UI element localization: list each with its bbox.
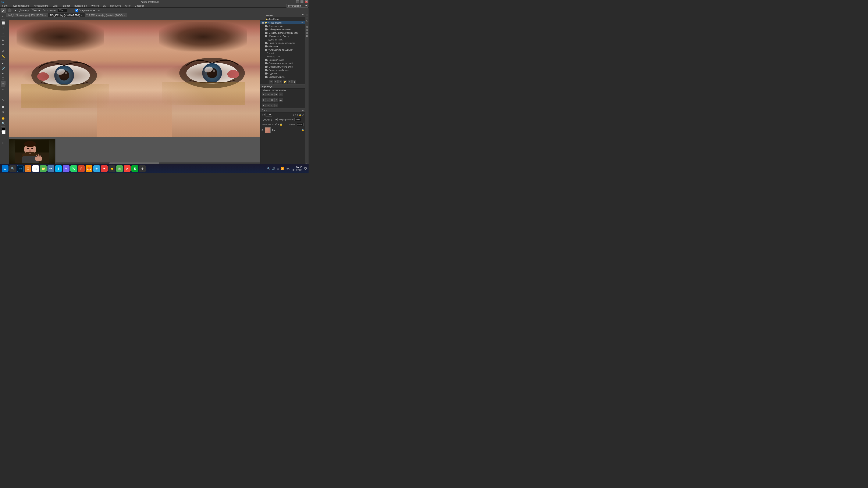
tool-eraser[interactable]: ◻ [1, 76, 5, 80]
layer-add-icon[interactable]: ↗ [302, 114, 304, 116]
corr-hue[interactable]: ◑ [274, 93, 278, 96]
taskbar-skype[interactable]: S [55, 165, 62, 172]
menu-image[interactable]: Изображение [33, 4, 49, 7]
taskbar-telegram[interactable]: ✈ [93, 165, 100, 172]
item3-expand[interactable]: ▶ [267, 32, 269, 34]
item12-expand[interactable]: ▶ [267, 73, 269, 74]
taskbar-telegram-red[interactable]: ✈ [101, 165, 107, 172]
lock-all-icon[interactable]: 🔒 [299, 114, 301, 116]
item4-expand[interactable]: ▼ [267, 35, 269, 37]
corr-curves[interactable]: 〜 [266, 93, 270, 96]
item7-checkbox[interactable] [265, 49, 267, 51]
taskbar-files[interactable]: 📁 [40, 165, 46, 172]
play-btn[interactable]: ▶ [278, 80, 282, 84]
menu-3d[interactable]: 3D [102, 4, 107, 7]
brush-options-btn[interactable]: ▼ [13, 8, 18, 13]
corr-vibrance[interactable]: ◈ [266, 98, 270, 102]
action-item-1[interactable]: ▶ Сделать слой [260, 24, 305, 28]
action-item-4a[interactable]: Радиус: 30 пикс. [260, 38, 305, 41]
tab-0[interactable]: IMG_2224 копия.jpg @ 15% (RGB/8) ✕ [6, 13, 48, 18]
folder-btn[interactable]: 📁 [283, 80, 287, 84]
item9-expand[interactable]: ▶ [267, 63, 269, 64]
taskbar-maps[interactable]: ◎ [116, 165, 123, 172]
lock-artboard-icon[interactable]: T [297, 114, 298, 116]
tone-select[interactable]: Тени [31, 8, 41, 12]
panel-icon-2[interactable]: ⬛ [306, 17, 308, 19]
group1-expand[interactable]: ▶ [268, 19, 269, 20]
action-item-7a[interactable]: В: слой [260, 52, 305, 55]
menu-view[interactable]: Просмотр [110, 4, 122, 7]
canvas-area[interactable] [9, 20, 260, 164]
tool-ruler[interactable]: 📏 [1, 54, 5, 59]
taskbar-whatsapp[interactable]: W [70, 165, 77, 172]
layers-panel-menu[interactable]: ☰ [302, 109, 304, 111]
taskbar-star[interactable]: ★ [108, 165, 115, 172]
item5-checkbox[interactable] [265, 42, 267, 44]
tab-2[interactable]: YLA 5919 копия.jpg @ 48.4% (RGB/8) ✕ [85, 13, 127, 18]
workspace-select[interactable]: Фотография [286, 4, 308, 8]
ops-panel-menu[interactable]: ☰ [302, 14, 304, 16]
lock-all-btn[interactable]: 🔒 [280, 123, 282, 126]
tool-screen-mode[interactable]: ⊡ [1, 140, 5, 145]
taskbar-apps-icon[interactable]: ⊞ [277, 167, 279, 170]
action-item-8[interactable]: ▶ Внешний канал [260, 58, 305, 62]
new-action-btn[interactable]: + [288, 80, 291, 84]
taskbar-evernote[interactable]: E [131, 165, 138, 172]
taskbar-acrobat[interactable]: A [124, 165, 130, 172]
tool-pen[interactable]: ✒ [1, 88, 5, 92]
taskbar-start[interactable]: ⊞ [2, 165, 8, 172]
close-button[interactable]: ✕ [305, 0, 308, 3]
item6-checkbox[interactable] [265, 45, 267, 47]
action-item-12[interactable]: ▶ Сделать [260, 72, 305, 75]
item11-checkbox[interactable] [265, 69, 267, 71]
taskbar-photoshop[interactable]: Ps [17, 165, 24, 172]
taskbar-clock-app[interactable]: ⚙ [139, 165, 146, 172]
lock-position-icon[interactable]: + [295, 114, 296, 116]
fill-input[interactable] [296, 123, 304, 126]
bg-color[interactable] [2, 130, 5, 134]
tool-brush[interactable]: 🖌 [1, 61, 5, 65]
group2-checkbox[interactable] [262, 22, 264, 24]
taskbar-network[interactable]: 🔍 [267, 167, 270, 170]
tab-0-close[interactable]: ✕ [44, 14, 46, 16]
item8-expand[interactable]: ▶ [267, 59, 269, 61]
layer-row-bg[interactable]: 👁 Фон 🔒 [260, 126, 305, 134]
action-group-1[interactable]: 📁 ▶ FastRetouch [260, 18, 305, 21]
tool-history-brush[interactable]: ↩ [1, 71, 5, 75]
menu-type[interactable]: Шрифт [62, 4, 71, 7]
taskbar-powerpoint[interactable]: P [78, 165, 85, 172]
corr-channel-mixer[interactable]: ⊞ [270, 98, 274, 102]
action-item-5[interactable]: ▶ Размытие по поверхности [260, 41, 305, 45]
corr-color-balance[interactable]: ⊕ [262, 98, 266, 102]
taskbar-firefox[interactable]: 🦊 [86, 165, 92, 172]
panel-icon-8[interactable]: ⊠ [306, 35, 308, 37]
corr-solid-color[interactable]: ■ [262, 104, 266, 107]
item6-expand[interactable]: ▶ [267, 45, 269, 47]
tool-type[interactable]: T [1, 93, 5, 97]
taskbar-app1[interactable]: ① [25, 165, 31, 172]
corr-brightness[interactable]: ☀ [262, 93, 266, 96]
tool-crop[interactable]: ⊡ [1, 37, 5, 42]
tool-lasso[interactable]: ⌇ [1, 26, 5, 30]
tab-1-close[interactable]: ✕ [81, 14, 83, 16]
tool-move[interactable]: ↖ [1, 14, 5, 19]
blend-mode-select[interactable]: Обычные [262, 118, 278, 121]
item8-checkbox[interactable] [265, 59, 267, 61]
layers-kind-select[interactable]: ↓ [266, 113, 272, 117]
item10-expand[interactable]: ▶ [267, 66, 269, 68]
panel-icon-1[interactable]: ⬛ [306, 14, 308, 16]
tool-slice[interactable]: ✂ [1, 42, 5, 47]
tab-2-close[interactable]: ✕ [124, 14, 125, 16]
delete-action-btn[interactable]: 🗑 [292, 80, 296, 84]
taskbar-viber[interactable]: V [63, 165, 69, 172]
maximize-button[interactable]: □ [301, 0, 304, 3]
item9-checkbox[interactable] [265, 62, 267, 64]
corr-threshold[interactable]: ◫ [270, 104, 274, 107]
panel-icon-6[interactable]: ⊡ [306, 29, 308, 31]
tool-clone[interactable]: 🔗 [1, 66, 5, 70]
lock-brush-btn[interactable]: 🖌 [275, 123, 277, 126]
lock-pixel-icon[interactable]: ⊡ [293, 114, 294, 116]
panel-icon-7[interactable]: ⊟ [306, 32, 308, 34]
opacity-input[interactable] [294, 118, 302, 121]
action-item-3[interactable]: ▶ Создать дубликат текущ слой [260, 31, 305, 35]
